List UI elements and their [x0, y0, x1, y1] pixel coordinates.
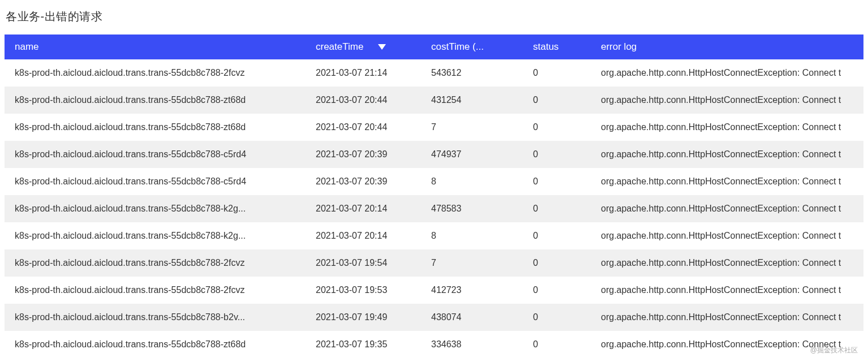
- column-label: costTime (...: [431, 41, 484, 52]
- cell-createTime: 2021-03-07 20:44: [306, 87, 421, 114]
- column-label: status: [533, 41, 558, 52]
- cell-name: k8s-prod-th.aicloud.aicloud.trans.trans-…: [5, 304, 306, 331]
- cell-status: 0: [523, 87, 591, 114]
- cell-costTime: 438074: [421, 304, 523, 331]
- table-row[interactable]: k8s-prod-th.aicloud.aicloud.trans.trans-…: [5, 114, 863, 141]
- cell-status: 0: [523, 222, 591, 249]
- cell-status: 0: [523, 304, 591, 331]
- cell-costTime: 474937: [421, 141, 523, 168]
- watermark: @掘金技术社区: [810, 346, 858, 355]
- table-row[interactable]: k8s-prod-th.aicloud.aicloud.trans.trans-…: [5, 87, 863, 114]
- cell-name: k8s-prod-th.aicloud.aicloud.trans.trans-…: [5, 114, 306, 141]
- cell-createTime: 2021-03-07 20:14: [306, 222, 421, 249]
- cell-name: k8s-prod-th.aicloud.aicloud.trans.trans-…: [5, 87, 306, 114]
- column-header-costTime[interactable]: costTime (...: [421, 35, 523, 59]
- cell-name: k8s-prod-th.aicloud.aicloud.trans.trans-…: [5, 195, 306, 222]
- cell-name: k8s-prod-th.aicloud.aicloud.trans.trans-…: [5, 141, 306, 168]
- cell-createTime: 2021-03-07 19:54: [306, 249, 421, 277]
- cell-status: 0: [523, 114, 591, 141]
- cell-errorlog: org.apache.http.conn.HttpHostConnectExce…: [591, 304, 863, 331]
- column-header-status[interactable]: status: [523, 35, 591, 59]
- table-row[interactable]: k8s-prod-th.aicloud.aicloud.trans.trans-…: [5, 168, 863, 195]
- cell-createTime: 2021-03-07 19:49: [306, 304, 421, 331]
- panel-title: 各业务-出错的请求: [6, 9, 863, 24]
- cell-status: 0: [523, 168, 591, 195]
- column-header-name[interactable]: name: [5, 35, 306, 59]
- cell-costTime: 7: [421, 114, 523, 141]
- column-header-createTime[interactable]: createTime: [306, 35, 421, 59]
- cell-costTime: 8: [421, 168, 523, 195]
- cell-errorlog: org.apache.http.conn.HttpHostConnectExce…: [591, 277, 863, 304]
- cell-name: k8s-prod-th.aicloud.aicloud.trans.trans-…: [5, 249, 306, 277]
- table-row[interactable]: k8s-prod-th.aicloud.aicloud.trans.trans-…: [5, 222, 863, 249]
- cell-name: k8s-prod-th.aicloud.aicloud.trans.trans-…: [5, 222, 306, 249]
- table-wrapper: name createTime costTime (...: [5, 35, 863, 358]
- cell-name: k8s-prod-th.aicloud.aicloud.trans.trans-…: [5, 331, 306, 358]
- cell-name: k8s-prod-th.aicloud.aicloud.trans.trans-…: [5, 168, 306, 195]
- cell-costTime: 8: [421, 222, 523, 249]
- cell-costTime: 478583: [421, 195, 523, 222]
- table-row[interactable]: k8s-prod-th.aicloud.aicloud.trans.trans-…: [5, 59, 863, 87]
- table-row[interactable]: k8s-prod-th.aicloud.aicloud.trans.trans-…: [5, 249, 863, 277]
- cell-createTime: 2021-03-07 19:35: [306, 331, 421, 358]
- cell-createTime: 2021-03-07 20:14: [306, 195, 421, 222]
- cell-createTime: 2021-03-07 20:44: [306, 114, 421, 141]
- cell-errorlog: org.apache.http.conn.HttpHostConnectExce…: [591, 195, 863, 222]
- column-label: name: [15, 41, 39, 52]
- sort-desc-icon: [378, 41, 386, 53]
- table-row[interactable]: k8s-prod-th.aicloud.aicloud.trans.trans-…: [5, 304, 863, 331]
- table-row[interactable]: k8s-prod-th.aicloud.aicloud.trans.trans-…: [5, 277, 863, 304]
- cell-status: 0: [523, 195, 591, 222]
- cell-errorlog: org.apache.http.conn.HttpHostConnectExce…: [591, 114, 863, 141]
- cell-status: 0: [523, 249, 591, 277]
- cell-createTime: 2021-03-07 20:39: [306, 168, 421, 195]
- column-label: createTime: [316, 41, 363, 53]
- cell-errorlog: org.apache.http.conn.HttpHostConnectExce…: [591, 222, 863, 249]
- cell-costTime: 7: [421, 249, 523, 277]
- cell-createTime: 2021-03-07 21:14: [306, 59, 421, 87]
- cell-createTime: 2021-03-07 19:53: [306, 277, 421, 304]
- column-label: error log: [601, 41, 637, 52]
- cell-createTime: 2021-03-07 20:39: [306, 141, 421, 168]
- panel: 各业务-出错的请求 name createTime: [0, 0, 868, 358]
- cell-errorlog: org.apache.http.conn.HttpHostConnectExce…: [591, 141, 863, 168]
- cell-costTime: 543612: [421, 59, 523, 87]
- table-row[interactable]: k8s-prod-th.aicloud.aicloud.trans.trans-…: [5, 331, 863, 358]
- error-requests-table: name createTime costTime (...: [5, 35, 863, 358]
- table-header-row: name createTime costTime (...: [5, 35, 863, 59]
- cell-status: 0: [523, 277, 591, 304]
- cell-status: 0: [523, 141, 591, 168]
- column-header-errorlog[interactable]: error log: [591, 35, 863, 59]
- cell-status: 0: [523, 59, 591, 87]
- cell-errorlog: org.apache.http.conn.HttpHostConnectExce…: [591, 87, 863, 114]
- cell-costTime: 431254: [421, 87, 523, 114]
- cell-errorlog: org.apache.http.conn.HttpHostConnectExce…: [591, 249, 863, 277]
- cell-costTime: 412723: [421, 277, 523, 304]
- cell-costTime: 334638: [421, 331, 523, 358]
- table-row[interactable]: k8s-prod-th.aicloud.aicloud.trans.trans-…: [5, 141, 863, 168]
- cell-status: 0: [523, 331, 591, 358]
- cell-errorlog: org.apache.http.conn.HttpHostConnectExce…: [591, 59, 863, 87]
- cell-name: k8s-prod-th.aicloud.aicloud.trans.trans-…: [5, 59, 306, 87]
- cell-name: k8s-prod-th.aicloud.aicloud.trans.trans-…: [5, 277, 306, 304]
- cell-errorlog: org.apache.http.conn.HttpHostConnectExce…: [591, 168, 863, 195]
- table-row[interactable]: k8s-prod-th.aicloud.aicloud.trans.trans-…: [5, 195, 863, 222]
